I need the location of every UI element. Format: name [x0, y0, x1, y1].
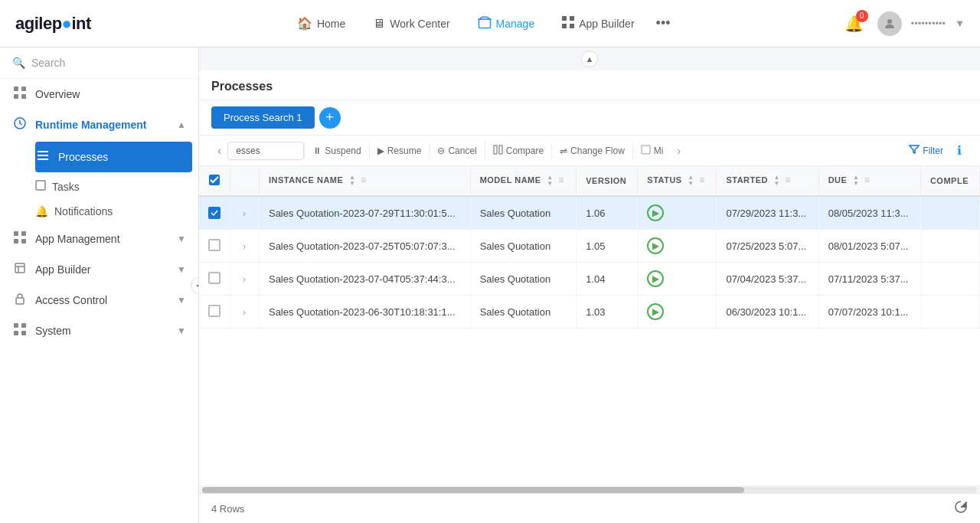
- row-checkbox-cell[interactable]: [199, 296, 230, 329]
- logo[interactable]: agilep●int: [15, 14, 91, 34]
- filter-icon: [909, 144, 920, 157]
- sidebar-item-overview[interactable]: Overview: [0, 79, 198, 110]
- svg-rect-27: [494, 145, 497, 154]
- sidebar-section-accesscontrol[interactable]: Access Control ▼: [0, 285, 198, 315]
- action-bar: ‹ ⏸ Suspend ▶ Resume ⊖ Cancel: [199, 136, 980, 166]
- svg-rect-17: [14, 239, 18, 244]
- process-search-tab[interactable]: Process Search 1: [211, 106, 315, 129]
- row-expand-cell[interactable]: ›: [230, 263, 260, 296]
- sort-icons[interactable]: ▲▼: [853, 175, 859, 187]
- row-instance-name: Sales Quotation-2023-07-29T11:30:01:5...: [259, 196, 470, 230]
- nav-home[interactable]: 🏠 Home: [285, 10, 358, 37]
- search-label: Search: [31, 57, 65, 69]
- row-instance-name: Sales Quotation-2023-07-25T05:07:07:3...: [259, 230, 470, 263]
- sort-icons[interactable]: ▲▼: [774, 175, 780, 187]
- col-completed[interactable]: COMPLE: [920, 166, 979, 196]
- row-expand-cell[interactable]: ›: [230, 230, 260, 263]
- cancel-icon: ⊖: [437, 145, 445, 156]
- filter-label: Filter: [923, 145, 943, 156]
- sort-icons[interactable]: ▲▼: [688, 175, 694, 187]
- expand-icon[interactable]: ›: [240, 273, 249, 286]
- nav-workcenter[interactable]: 🖥 Work Center: [361, 11, 462, 37]
- notification-button[interactable]: 🔔 0: [840, 10, 868, 38]
- sort-icons[interactable]: ▲▼: [547, 175, 553, 187]
- sidebar-search[interactable]: 🔍 Search: [0, 47, 198, 79]
- runtime-icon: [12, 117, 28, 132]
- resume-btn[interactable]: ▶ Resume: [369, 142, 430, 159]
- col-version[interactable]: VERSION: [577, 166, 638, 196]
- sidebar-section-appmanagement-label: App Management: [35, 233, 120, 245]
- filter-btn[interactable]: Filter: [901, 141, 951, 160]
- row-checkbox-cell[interactable]: [199, 196, 230, 230]
- col-menu-icon[interactable]: ≡: [558, 175, 564, 185]
- user-dropdown-icon[interactable]: ▼: [955, 18, 965, 29]
- sidebar-item-processes[interactable]: Processes: [35, 142, 192, 172]
- refresh-btn[interactable]: [954, 500, 968, 517]
- svg-rect-11: [38, 151, 48, 152]
- status-running-icon: ▶: [647, 204, 664, 221]
- row-checkbox-cell[interactable]: [199, 263, 230, 296]
- row-version: 1.04: [577, 263, 638, 296]
- row-expand-cell[interactable]: ›: [230, 196, 260, 230]
- user-avatar[interactable]: [877, 11, 902, 36]
- row-status: ▶: [638, 296, 717, 329]
- sidebar-section-appbuilder[interactable]: App Builder ▼: [0, 254, 198, 285]
- search-filter-input[interactable]: [227, 142, 304, 160]
- table-row[interactable]: › Sales Quotation-2023-06-30T10:18:31:1.…: [199, 296, 980, 329]
- accesscontrol-chevron-icon: ▼: [177, 295, 186, 306]
- changeflow-btn[interactable]: ⇌ Change Flow: [551, 142, 632, 159]
- tab-toolbar: Process Search 1 +: [199, 100, 980, 136]
- col-instance-name[interactable]: INSTANCE NAME ▲▼ ≡: [259, 166, 470, 196]
- col-menu-icon[interactable]: ≡: [699, 175, 705, 185]
- row-checkbox-cell[interactable]: [199, 230, 230, 263]
- sidebar-section-runtime[interactable]: Runtime Management ▲: [0, 110, 198, 140]
- table-row[interactable]: › Sales Quotation-2023-07-04T05:37:44:3.…: [199, 263, 980, 296]
- scrollbar-track: [202, 487, 977, 493]
- more-nav-btn[interactable]: •••: [650, 12, 677, 34]
- svg-rect-18: [21, 239, 26, 244]
- suspend-btn[interactable]: ⏸ Suspend: [304, 142, 368, 159]
- action-more-btn[interactable]: ›: [671, 142, 688, 160]
- mi-btn[interactable]: Mi: [632, 142, 671, 160]
- svg-rect-2: [570, 16, 574, 21]
- add-tab-btn[interactable]: +: [319, 107, 341, 129]
- user-name[interactable]: ••••••••••: [911, 18, 946, 29]
- col-menu-icon[interactable]: ≡: [786, 175, 792, 185]
- col-due[interactable]: DUE ▲▼ ≡: [818, 166, 920, 196]
- compare-btn[interactable]: Compare: [485, 142, 551, 160]
- svg-rect-9: [21, 94, 26, 99]
- svg-rect-4: [570, 24, 574, 28]
- sort-icons[interactable]: ▲▼: [349, 175, 355, 187]
- nav-appbuilder[interactable]: App Builder: [550, 10, 646, 38]
- svg-rect-14: [36, 181, 45, 190]
- changeflow-label: Change Flow: [570, 145, 625, 156]
- prev-nav-btn[interactable]: ‹: [211, 141, 227, 161]
- col-status[interactable]: STATUS ▲▼ ≡: [638, 166, 717, 196]
- col-menu-icon[interactable]: ≡: [864, 175, 871, 185]
- row-model-name: Sales Quotation: [470, 196, 577, 230]
- sidebar-section-appmanagement[interactable]: App Management ▼: [0, 224, 198, 254]
- collapse-top-btn[interactable]: ▲: [581, 51, 598, 67]
- expand-icon[interactable]: ›: [240, 306, 249, 319]
- col-started[interactable]: STARTED ▲▼ ≡: [717, 166, 818, 196]
- info-btn[interactable]: ℹ: [951, 140, 968, 161]
- col-menu-icon[interactable]: ≡: [361, 175, 367, 185]
- expand-icon[interactable]: ›: [240, 207, 249, 221]
- table-row[interactable]: › Sales Quotation-2023-07-29T11:30:01:5.…: [199, 196, 980, 230]
- processes-table: INSTANCE NAME ▲▼ ≡ MODEL NAME ▲▼ ≡ VERSI…: [199, 166, 980, 329]
- expand-icon[interactable]: ›: [240, 240, 249, 253]
- row-expand-cell[interactable]: ›: [230, 296, 260, 329]
- table-row[interactable]: › Sales Quotation-2023-07-25T05:07:07:3.…: [199, 230, 980, 263]
- sidebar-item-notifications[interactable]: 🔔 Notifications: [35, 199, 198, 224]
- sidebar-section-system[interactable]: System ▼: [0, 315, 198, 346]
- col-model-name[interactable]: MODEL NAME ▲▼ ≡: [470, 166, 577, 196]
- changeflow-icon: ⇌: [560, 145, 567, 156]
- horizontal-scrollbar[interactable]: [199, 485, 980, 493]
- nav-manage[interactable]: Manage: [466, 9, 547, 38]
- content-header: Processes: [199, 70, 980, 100]
- svg-point-5: [887, 19, 892, 24]
- cancel-btn[interactable]: ⊖ Cancel: [429, 142, 484, 159]
- svg-rect-24: [21, 323, 26, 328]
- scrollbar-thumb[interactable]: [202, 487, 744, 493]
- sidebar-item-tasks[interactable]: Tasks: [35, 174, 198, 199]
